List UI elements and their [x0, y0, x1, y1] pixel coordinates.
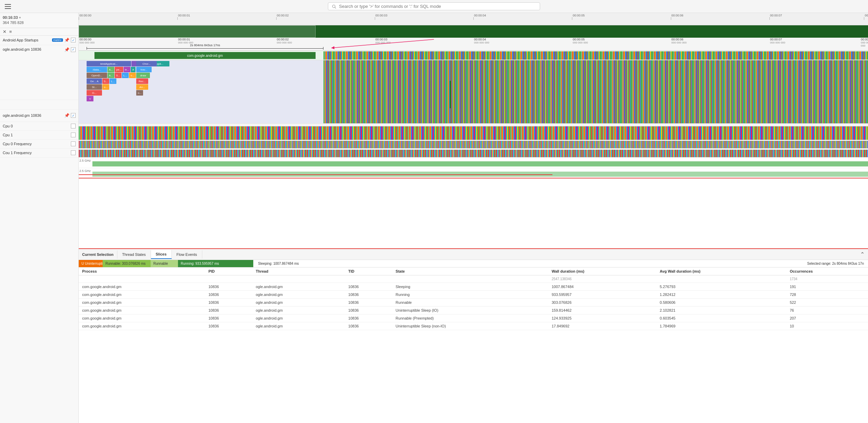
overview-ruler-inner: 00:00:00 00:00:01 00:00:02 00:00:03 00:0… — [79, 13, 868, 25]
hamburger-menu[interactable] — [5, 4, 11, 9]
detail-ruler[interactable]: 00:00:00 000 000 000 00:00:01 000 000 00… — [79, 38, 868, 51]
pin-icon-3[interactable]: 📌 — [64, 113, 69, 118]
row5-thread: ogle.android.gm — [252, 322, 345, 330]
track-label-cpu1-freq: Cou 1 Frequency — [3, 151, 69, 155]
collapse-button[interactable]: ⌃ — [857, 251, 868, 258]
row5-state: Uninterruptible Sleep (non-IO) — [392, 322, 548, 330]
table-row-5[interactable]: com.google.android.gm 10836 ogle.android… — [79, 322, 868, 330]
track-checkbox-cpu0-freq[interactable] — [71, 141, 76, 146]
flame-block-1-4: A — [131, 67, 136, 72]
track-checkbox-0[interactable] — [71, 38, 76, 42]
track-item-cpu1-freq[interactable]: Cou 1 Frequency — [0, 149, 78, 158]
selected-range-info: Selected range: 2s 804ms 843us 17n — [807, 262, 868, 265]
cpu0-freq-line — [92, 161, 868, 166]
row3-occ: 76 — [786, 307, 868, 314]
app-startup-bar: com.google.android.gm — [94, 52, 316, 59]
track-checkbox-1[interactable] — [71, 47, 76, 52]
flame-container: bindApplicat... act... Appli... /data...… — [87, 61, 323, 123]
detail-tick-0: 00:00:00 000 000 000 — [79, 38, 95, 44]
overview-bar[interactable] — [79, 25, 868, 38]
cpu0-track[interactable] — [79, 140, 868, 149]
time-info: 00:16:33 + 364 785 828 — [0, 13, 78, 28]
thread-track-2[interactable] — [79, 126, 868, 140]
row4-occ: 207 — [786, 314, 868, 322]
pin-icon-1[interactable]: 📌 — [64, 47, 69, 52]
track-item-cpu0-freq[interactable]: Cpu 0 Frequency — [0, 140, 78, 149]
sum-wall: 2547.138346 — [548, 275, 656, 283]
row1-process: com.google.android.gm — [79, 291, 205, 299]
track-checkbox-3[interactable] — [71, 113, 76, 118]
track-item-cpu1[interactable]: Cpu 1 — [0, 131, 78, 140]
col-tid: TID — [345, 268, 392, 275]
track-item-cpu0[interactable]: Cpu 0 — [0, 122, 78, 131]
detail-tick-5: 00:00:05 000 000 000 — [572, 38, 588, 44]
row2-thread: ogle.android.gm — [252, 299, 345, 307]
svg-point-0 — [332, 5, 335, 8]
table-row-3[interactable]: com.google.android.gm 10836 ogle.android… — [79, 307, 868, 314]
state-bar: U Uninterruptible Runnable: 303.076826 m… — [79, 260, 868, 268]
track-checkbox-cpu1-freq[interactable] — [71, 150, 76, 155]
search-input[interactable] — [339, 4, 537, 9]
track-checkbox-cpu0[interactable] — [71, 124, 76, 128]
track-item-thread-2[interactable]: ogle.android.gm 10836 📌 — [0, 110, 78, 122]
col-pid: PID — [205, 268, 252, 275]
row3-tid: 10836 — [345, 307, 392, 314]
bottom-panel: Current Selection Thread States Slices F… — [79, 248, 868, 423]
row3-pid: 10836 — [205, 307, 252, 314]
overview-ruler[interactable]: 00:00:00 00:00:01 00:00:02 00:00:03 00:0… — [79, 13, 868, 25]
table-row-2[interactable]: com.google.android.gm 10836 ogle.android… — [79, 299, 868, 307]
flame-row-0: bindApplicat... act... Appli... — [87, 61, 323, 66]
close-btn[interactable]: ✕ — [3, 29, 7, 34]
pin-icon-0[interactable]: 📌 — [64, 38, 69, 42]
search-icon — [332, 4, 336, 9]
bracket-line — [87, 48, 323, 49]
table-row-1[interactable]: com.google.android.gm 10836 ogle.android… — [79, 291, 868, 299]
data-table-wrap[interactable]: Process PID Thread TID State Wall durati… — [79, 268, 868, 423]
state-seg-uninterruptible: U Uninterruptible — [79, 260, 103, 267]
cpu1-freq-track[interactable]: 2.5 GHz — [79, 168, 868, 178]
row2-process: com.google.android.gm — [79, 299, 205, 307]
track-checkbox-cpu1[interactable] — [71, 133, 76, 137]
cpu0-colorbar — [79, 141, 868, 148]
cpu1-track[interactable] — [79, 149, 868, 158]
flame-block-2-1: A... — [107, 73, 114, 78]
flame-block-0-0: bindApplicat... — [87, 61, 131, 66]
flame-row-chor-1: trav... — [136, 67, 188, 72]
ruler-tick-8: 00:00:08 — [864, 13, 868, 25]
state-seg-running: Running: 933.595957 ms — [178, 260, 253, 267]
search-input-wrap[interactable] — [328, 2, 540, 10]
thread-track-tall-1[interactable]: bindApplicat... act... Appli... /data...… — [79, 60, 868, 124]
flame-block-2-0: OpenD... — [87, 73, 107, 78]
app-startup-track[interactable]: com.google.android.gm — [79, 51, 868, 60]
row5-wall: 17.849692 — [548, 322, 656, 330]
track-item-app-startups[interactable]: Android App Startups metric 📌 — [0, 36, 78, 45]
overview-selection — [79, 25, 316, 38]
track-label-cpu0: Cpu 0 — [3, 124, 69, 128]
main-container: 00:16:33 + 364 785 828 ✕ ≡ Android App S… — [0, 13, 868, 423]
tab-slices[interactable]: Slices — [151, 250, 172, 259]
row4-avg: 0.603545 — [656, 314, 787, 322]
list-btn[interactable]: ≡ — [9, 29, 12, 34]
tab-thread-states[interactable]: Thread States — [117, 250, 151, 259]
cpu1-selection-line — [79, 174, 552, 175]
table-row-4[interactable]: com.google.android.gm 10836 ogle.android… — [79, 314, 868, 322]
time-plus: + — [19, 15, 21, 20]
row2-pid: 10836 — [205, 299, 252, 307]
bracket-end — [323, 47, 323, 50]
track-item-thread-1[interactable]: ogle.android.gm 10836 📌 — [0, 45, 78, 100]
row1-pid: 10836 — [205, 291, 252, 299]
col-process: Process — [79, 268, 205, 275]
row1-wall: 933.595957 — [548, 291, 656, 299]
row0-wall: 1007.867484 — [548, 283, 656, 291]
current-selection-label: Current Selection — [79, 250, 117, 259]
row4-tid: 10836 — [345, 314, 392, 322]
table-row-0[interactable]: com.google.android.gm 10836 ogle.android… — [79, 283, 868, 291]
ruler-tick-1: 00:00:01 — [177, 13, 190, 25]
cpu0-freq-track[interactable]: 2.5 GHz — [79, 158, 868, 168]
row0-pid: 10836 — [205, 283, 252, 291]
row0-occ: 191 — [786, 283, 868, 291]
tab-flow-events[interactable]: Flow Events — [172, 250, 202, 259]
flame-block-chor-1: trav... — [136, 67, 152, 72]
flame-row-4: St... o... — [87, 84, 323, 90]
row1-avg: 1.282412 — [656, 291, 787, 299]
